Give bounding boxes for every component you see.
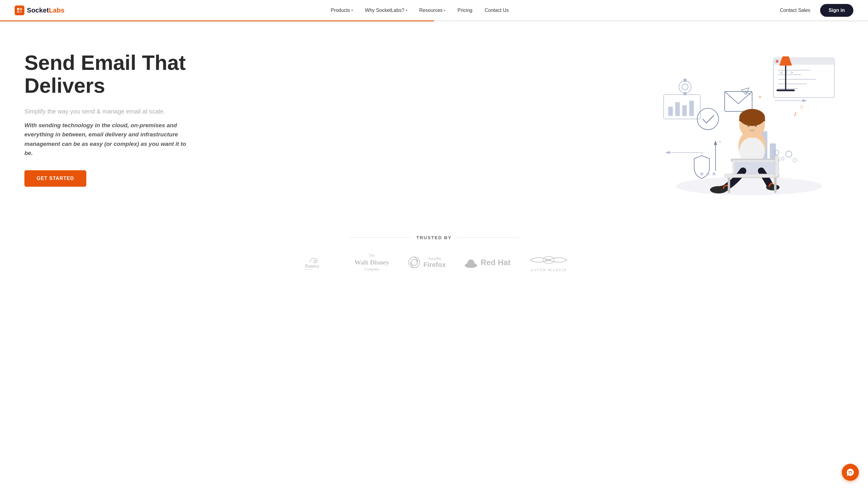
svg-text:< / >: < / > bbox=[780, 70, 793, 75]
svg-point-54 bbox=[781, 157, 784, 160]
get-started-button[interactable]: GET STARTED bbox=[24, 170, 86, 187]
resources-chevron-icon: ▾ bbox=[444, 8, 445, 12]
trusted-label: TRUSTED BY bbox=[416, 235, 452, 240]
svg-rect-13 bbox=[725, 92, 752, 111]
hero-subtitle: Simplify the way you send & manage email… bbox=[24, 107, 195, 116]
redhat-logo: Red Hat bbox=[464, 255, 510, 270]
svg-rect-66 bbox=[683, 79, 686, 82]
svg-point-55 bbox=[786, 151, 792, 157]
firefox-logo: mozilla Firefox bbox=[407, 255, 445, 270]
logo-text: SocketLabs bbox=[27, 6, 65, 14]
svg-rect-48 bbox=[775, 156, 779, 177]
why-chevron-icon: ▾ bbox=[406, 8, 407, 12]
nav-products[interactable]: Products ▾ bbox=[326, 5, 358, 16]
logo[interactable]: SocketLabs bbox=[14, 5, 65, 15]
svg-point-44 bbox=[766, 184, 780, 190]
svg-point-38 bbox=[747, 125, 749, 127]
svg-point-43 bbox=[710, 186, 727, 193]
panera-logo: Panera Bread bbox=[300, 255, 336, 270]
divider-left bbox=[349, 237, 410, 238]
hero-content: Send Email That Delivers Simplify the wa… bbox=[24, 51, 195, 186]
sign-in-button[interactable]: Sign in bbox=[820, 4, 854, 17]
hero-illustration: < / > bbox=[654, 40, 844, 198]
logos-row: Panera Bread The Walt Disney Company bbox=[12, 252, 856, 272]
nav-actions: Contact Sales Sign in bbox=[775, 4, 854, 17]
svg-marker-11 bbox=[665, 151, 670, 154]
contact-sales-link[interactable]: Contact Sales bbox=[775, 5, 815, 16]
svg-rect-1 bbox=[20, 8, 22, 10]
logo-icon bbox=[14, 5, 24, 15]
svg-text:♫: ♫ bbox=[799, 103, 804, 110]
svg-rect-8 bbox=[682, 105, 687, 116]
svg-rect-6 bbox=[668, 107, 673, 116]
svg-point-71 bbox=[411, 259, 417, 266]
svg-point-63 bbox=[712, 173, 715, 176]
svg-rect-3 bbox=[20, 11, 22, 13]
svg-point-39 bbox=[755, 125, 757, 127]
hero-section: Send Email That Delivers Simplify the wa… bbox=[0, 21, 868, 217]
svg-point-65 bbox=[682, 84, 688, 90]
svg-rect-31 bbox=[785, 66, 786, 90]
svg-text:Panera: Panera bbox=[305, 264, 319, 269]
svg-point-73 bbox=[465, 263, 477, 268]
svg-text:+: + bbox=[758, 94, 762, 100]
svg-rect-46 bbox=[728, 178, 730, 193]
nav-pricing[interactable]: Pricing bbox=[453, 5, 477, 16]
hero-body: With sending technology in the cloud, on… bbox=[24, 121, 195, 158]
svg-point-61 bbox=[700, 173, 703, 176]
trusted-section: TRUSTED BY Panera Bread The Walt Disney … bbox=[0, 217, 868, 297]
nav-contact-us[interactable]: Contact Us bbox=[480, 5, 514, 16]
svg-rect-47 bbox=[774, 178, 776, 193]
nav-why[interactable]: Why SocketLabs? ▾ bbox=[360, 5, 412, 16]
divider-right bbox=[458, 237, 519, 238]
svg-text:♪: ♪ bbox=[793, 109, 797, 118]
svg-rect-2 bbox=[17, 11, 19, 13]
svg-point-64 bbox=[679, 81, 691, 93]
svg-rect-9 bbox=[689, 101, 694, 116]
navbar: SocketLabs Products ▾ Why SocketLabs? ▾ … bbox=[0, 0, 868, 21]
svg-marker-16 bbox=[714, 140, 717, 145]
products-chevron-icon: ▾ bbox=[351, 8, 353, 12]
svg-rect-67 bbox=[683, 92, 686, 95]
svg-rect-45 bbox=[725, 174, 780, 178]
svg-rect-0 bbox=[17, 8, 19, 10]
svg-rect-7 bbox=[675, 102, 680, 116]
svg-text:+: + bbox=[718, 139, 721, 144]
hero-title: Send Email That Delivers bbox=[24, 51, 195, 97]
svg-rect-32 bbox=[776, 89, 795, 91]
disney-logo: The Walt Disney Company bbox=[354, 253, 389, 272]
nav-resources[interactable]: Resources ▾ bbox=[414, 5, 450, 16]
svg-text:AM: AM bbox=[545, 258, 550, 262]
svg-point-4 bbox=[676, 177, 822, 195]
svg-marker-60 bbox=[802, 99, 807, 102]
nav-links: Products ▾ Why SocketLabs? ▾ Resources ▾… bbox=[326, 5, 514, 16]
svg-point-21 bbox=[776, 60, 779, 63]
svg-point-14 bbox=[697, 108, 718, 130]
aston-martin-logo: AM ASTON MARTIN bbox=[529, 252, 568, 272]
svg-text:Bread: Bread bbox=[306, 268, 312, 270]
trusted-divider: TRUSTED BY bbox=[12, 235, 856, 240]
svg-point-56 bbox=[793, 158, 797, 162]
svg-point-62 bbox=[706, 173, 709, 176]
